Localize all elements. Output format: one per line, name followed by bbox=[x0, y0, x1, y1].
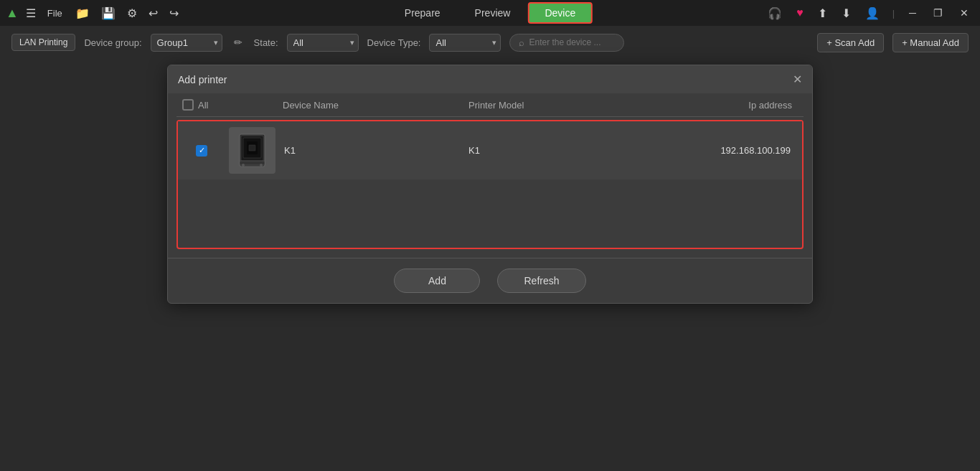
add-printer-dialog: Add printer ✕ All Device Name Printer Mo… bbox=[167, 65, 813, 304]
minimize-button[interactable]: ─ bbox=[903, 6, 922, 20]
table-area: All Device Name Printer Model Ip address bbox=[168, 93, 812, 258]
titlebar-right: 🎧 ♥ ⬆ ⬇ 👤 | ─ ❐ ✕ bbox=[763, 5, 974, 22]
file-menu-button[interactable]: File bbox=[42, 6, 68, 20]
svg-point-5 bbox=[242, 164, 245, 167]
dialog-title: Add printer bbox=[178, 74, 227, 85]
add-button[interactable]: Add bbox=[394, 269, 480, 293]
heart-icon-button[interactable]: ♥ bbox=[792, 5, 808, 21]
svg-point-6 bbox=[260, 164, 263, 167]
device-search-box: ⌕ bbox=[509, 34, 624, 52]
app-logo-icon: ▲ bbox=[6, 6, 19, 21]
open-folder-button[interactable]: 📁 bbox=[71, 5, 94, 22]
headset-icon-button[interactable]: 🎧 bbox=[763, 5, 786, 22]
select-all-checkbox[interactable] bbox=[182, 99, 194, 111]
close-button[interactable]: ✕ bbox=[954, 6, 974, 20]
device-type-select-wrap: All bbox=[429, 34, 501, 52]
prepare-nav-button[interactable]: Prepare bbox=[387, 3, 458, 23]
device-group-select-wrap: Group1 bbox=[151, 34, 222, 52]
download-icon-button[interactable]: ⬇ bbox=[837, 5, 855, 22]
upload-icon-button[interactable]: ⬆ bbox=[814, 5, 831, 22]
state-select[interactable]: All bbox=[287, 34, 359, 52]
row-checkbox-cell bbox=[184, 145, 220, 157]
device-type-select[interactable]: All bbox=[429, 34, 501, 52]
undo-button[interactable]: ↩ bbox=[144, 5, 162, 22]
scan-add-button[interactable]: + Scan Add bbox=[817, 33, 884, 52]
table-row[interactable]: K1 K1 192.168.100.199 bbox=[178, 121, 802, 179]
maximize-button[interactable]: ❐ bbox=[928, 6, 948, 20]
device-group-label: Device group: bbox=[84, 37, 141, 48]
device-list: K1 K1 192.168.100.199 bbox=[176, 120, 804, 249]
ip-address-cell: 192.168.100.199 bbox=[653, 145, 796, 156]
save-button[interactable]: 💾 bbox=[97, 5, 120, 22]
settings-button[interactable]: ⚙ bbox=[123, 5, 141, 22]
printer-model-cell: K1 bbox=[468, 145, 653, 156]
dialog-overlay: Add printer ✕ All Device Name Printer Mo… bbox=[0, 59, 980, 471]
device-nav-button[interactable]: Device bbox=[527, 2, 593, 24]
titlebar: ▲ ☰ File 📁 💾 ⚙ ↩ ↪ Prepare Preview Devic… bbox=[0, 0, 980, 26]
header-ip-address: Ip address bbox=[654, 100, 798, 111]
dialog-header: Add printer ✕ bbox=[168, 65, 812, 93]
edit-group-button[interactable]: ✏ bbox=[231, 35, 245, 50]
manual-add-button[interactable]: + Manual Add bbox=[892, 33, 969, 52]
main-area: Add printer ✕ All Device Name Printer Mo… bbox=[0, 59, 980, 471]
header-printer-model: Printer Model bbox=[468, 100, 654, 111]
search-icon: ⌕ bbox=[519, 37, 524, 48]
menu-button[interactable]: ☰ bbox=[23, 5, 39, 22]
redo-button[interactable]: ↪ bbox=[165, 5, 183, 22]
state-label: State: bbox=[254, 37, 278, 48]
toolbar: LAN Printing Device group: Group1 ✏ Stat… bbox=[0, 26, 980, 59]
dialog-footer: Add Refresh bbox=[168, 258, 812, 303]
refresh-button[interactable]: Refresh bbox=[497, 269, 585, 293]
header-device-name: Device Name bbox=[283, 100, 468, 111]
device-name-cell: K1 bbox=[284, 145, 468, 156]
device-type-label: Device Type: bbox=[367, 37, 421, 48]
svg-rect-7 bbox=[249, 145, 255, 151]
header-all: All bbox=[182, 99, 218, 111]
row-checkbox[interactable] bbox=[196, 145, 207, 157]
table-header: All Device Name Printer Model Ip address bbox=[176, 93, 804, 117]
user-icon-button[interactable]: 👤 bbox=[861, 5, 884, 22]
preview-nav-button[interactable]: Preview bbox=[458, 3, 528, 23]
state-select-wrap: All bbox=[287, 34, 359, 52]
printer-thumbnail-cell bbox=[220, 127, 284, 174]
device-group-select[interactable]: Group1 bbox=[151, 34, 222, 52]
lan-printing-badge[interactable]: LAN Printing bbox=[11, 34, 75, 51]
printer-thumbnail bbox=[229, 127, 275, 174]
top-nav: Prepare Preview Device bbox=[387, 2, 593, 24]
dialog-close-button[interactable]: ✕ bbox=[793, 73, 802, 86]
device-search-input[interactable] bbox=[529, 37, 615, 47]
